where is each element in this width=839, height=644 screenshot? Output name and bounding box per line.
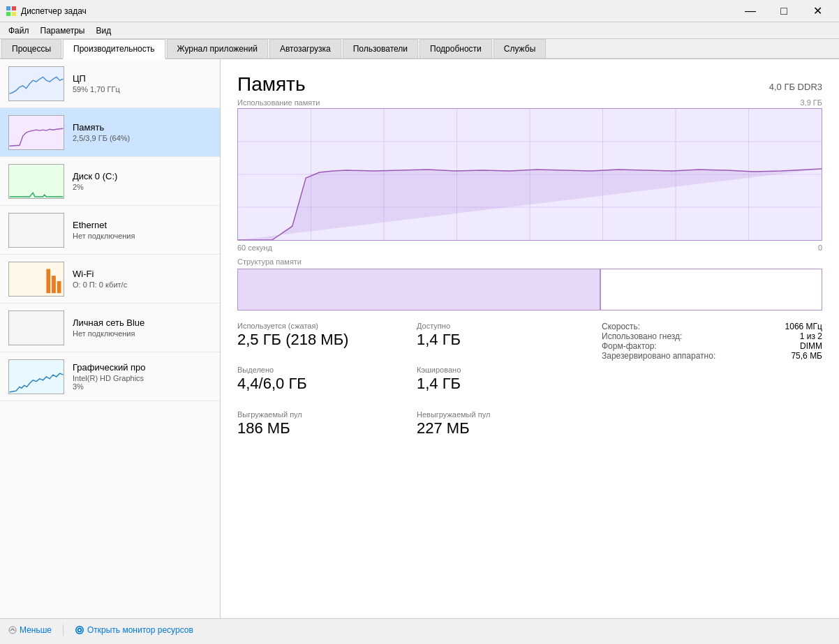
sidebar-name-wifi: Wi-Fi (73, 269, 211, 279)
monitor-icon (75, 625, 84, 635)
stat-used-value: 2,5 ГБ (218 МБ) (237, 331, 406, 349)
maximize-button[interactable]: □ (768, 1, 800, 22)
right-stat-slots-key: Использовано гнезд: (602, 331, 682, 341)
right-stat-speed-val: 1066 МГц (785, 322, 822, 331)
sidebar-info-bluetooth: Личная сеть Blue Нет подключения (73, 317, 211, 338)
sidebar-info-wifi: Wi-Fi О: 0 П: 0 кбит/с (73, 269, 211, 289)
sidebar-thumb-wifi (8, 262, 64, 297)
sidebar-thumb-cpu (8, 66, 64, 101)
sidebar-sub-disk: 2% (73, 183, 211, 191)
titlebar: Диспетчер задач — □ ✕ (0, 0, 839, 22)
graph-label-row: Использование памяти 3,9 ГБ (237, 98, 822, 107)
sidebar-thumb-memory (8, 115, 64, 150)
sidebar-item-wifi[interactable]: Wi-Fi О: 0 П: 0 кбит/с (0, 255, 220, 304)
stat-alloc: Выделено 4,4/6,0 ГБ (237, 366, 406, 393)
mem-bar-rest (601, 269, 822, 310)
memory-line-svg (238, 109, 822, 240)
stats-row3: Выгружаемый пул 186 МБ Невыгружаемый пул… (237, 410, 585, 446)
tab-details[interactable]: Подробности (420, 39, 492, 58)
tab-users[interactable]: Пользователи (343, 39, 418, 58)
sidebar-info-disk: Диск 0 (C:) 2% (73, 171, 211, 191)
sidebar-item-gpu[interactable]: Графический про Intel(R) HD Graphics3% (0, 352, 220, 401)
tab-services[interactable]: Службы (493, 39, 546, 58)
graph-time-row: 60 секунд 0 (237, 244, 822, 252)
sidebar-item-cpu[interactable]: ЦП 59% 1,70 ГГц (0, 59, 220, 108)
stat-cached: Кэшировано 1,4 ГБ (417, 366, 585, 393)
graph-time-right: 0 (818, 244, 822, 252)
sidebar: ЦП 59% 1,70 ГГц Память 2,5/3,9 ГБ (64%) (0, 59, 221, 618)
right-stat-slots-val: 1 из 2 (800, 331, 822, 341)
mem-struct-label: Структура памяти (237, 257, 822, 266)
stat-paged-value: 227 МБ (417, 419, 585, 437)
open-monitor-button[interactable]: Открыть монитор ресурсов (75, 625, 193, 635)
sidebar-sub-cpu: 59% 1,70 ГГц (73, 85, 211, 93)
sidebar-item-bluetooth[interactable]: Личная сеть Blue Нет подключения (0, 304, 220, 352)
right-stat-form: Форм-фактор: DIMM (602, 341, 822, 351)
svg-rect-5 (52, 276, 56, 293)
right-stat-form-key: Форм-фактор: (602, 341, 657, 351)
stat-used-label: Используется (сжатая) (237, 322, 406, 330)
svg-rect-1 (12, 6, 16, 10)
tab-processes[interactable]: Процессы (1, 39, 61, 58)
svg-point-17 (9, 627, 16, 634)
memory-graph (237, 108, 822, 241)
stats-right: Скорость: 1066 МГц Использовано гнезд: 1… (585, 322, 822, 446)
tab-startup[interactable]: Автозагрузка (269, 39, 341, 58)
right-stat-slots: Использовано гнезд: 1 из 2 (602, 331, 822, 341)
sidebar-sub-ethernet: Нет подключения (73, 232, 211, 240)
sidebar-item-ethernet[interactable]: Ethernet Нет подключения (0, 206, 220, 255)
panel-header: Память 4,0 ГБ DDR3 (237, 73, 822, 96)
stat-nonpage: Выгружаемый пул 186 МБ (237, 410, 406, 437)
stat-paged: Невыгружаемый пул 227 МБ (417, 410, 585, 437)
less-button[interactable]: Меньше (8, 625, 52, 635)
svg-rect-0 (6, 6, 10, 10)
stat-alloc-value: 4,4/6,0 ГБ (237, 375, 406, 393)
sidebar-sub-memory: 2,5/3,9 ГБ (64%) (73, 134, 211, 142)
minimize-button[interactable]: — (734, 1, 766, 22)
sidebar-name-gpu: Графический про (73, 362, 211, 373)
sidebar-name-memory: Память (73, 122, 211, 133)
main-content: ЦП 59% 1,70 ГГц Память 2,5/3,9 ГБ (64%) (0, 59, 839, 618)
sidebar-item-memory[interactable]: Память 2,5/3,9 ГБ (64%) (0, 108, 220, 157)
tab-app-history[interactable]: Журнал приложений (167, 39, 268, 58)
right-stat-form-val: DIMM (800, 341, 822, 351)
stat-avail: Доступно 1,4 ГБ (417, 322, 585, 349)
titlebar-left: Диспетчер задач (6, 6, 87, 17)
svg-rect-3 (12, 12, 16, 16)
stat-nonpage-value: 186 МБ (237, 419, 406, 437)
stat-nonpage-label: Выгружаемый пул (237, 410, 406, 419)
svg-rect-2 (6, 12, 10, 16)
right-stat-speed-key: Скорость: (602, 322, 640, 331)
menubar: Файл Параметры Вид (0, 22, 839, 39)
graph-time-left: 60 секунд (237, 244, 272, 252)
right-stat-reserved: Зарезервировано аппаратно: 75,6 МБ (602, 351, 822, 361)
stat-avail-label: Доступно (417, 322, 585, 330)
sidebar-info-cpu: ЦП 59% 1,70 ГГц (73, 73, 211, 93)
close-button[interactable]: ✕ (801, 1, 833, 22)
bottombar: Меньше Открыть монитор ресурсов (0, 618, 839, 641)
menu-params[interactable]: Параметры (35, 24, 91, 37)
less-label: Меньше (20, 625, 52, 635)
right-stat-speed: Скорость: 1066 МГц (602, 322, 822, 331)
sidebar-name-bluetooth: Личная сеть Blue (73, 317, 211, 328)
svg-rect-6 (57, 280, 61, 292)
tabbar: Процессы Производительность Журнал прило… (0, 39, 839, 59)
panel: Память 4,0 ГБ DDR3 Использование памяти … (221, 59, 839, 618)
svg-point-20 (78, 629, 80, 631)
stats-left: Используется (сжатая) 2,5 ГБ (218 МБ) До… (237, 322, 585, 446)
sidebar-info-ethernet: Ethernet Нет подключения (73, 220, 211, 240)
monitor-label: Открыть монитор ресурсов (87, 625, 193, 635)
sidebar-item-disk[interactable]: Диск 0 (C:) 2% (0, 157, 220, 206)
sidebar-thumb-bluetooth (8, 310, 64, 345)
stat-used: Используется (сжатая) 2,5 ГБ (218 МБ) (237, 322, 406, 349)
mem-struct-bar (237, 269, 822, 310)
tab-performance[interactable]: Производительность (63, 39, 165, 59)
sidebar-info-memory: Память 2,5/3,9 ГБ (64%) (73, 122, 211, 142)
sidebar-sub-gpu: Intel(R) HD Graphics3% (73, 374, 211, 391)
menu-file[interactable]: Файл (3, 24, 35, 37)
chevron-up-icon (8, 626, 17, 634)
menu-view[interactable]: Вид (90, 24, 117, 37)
stat-paged-label: Невыгружаемый пул (417, 410, 585, 419)
stat-cached-value: 1,4 ГБ (417, 375, 585, 393)
sidebar-thumb-disk (8, 164, 64, 199)
